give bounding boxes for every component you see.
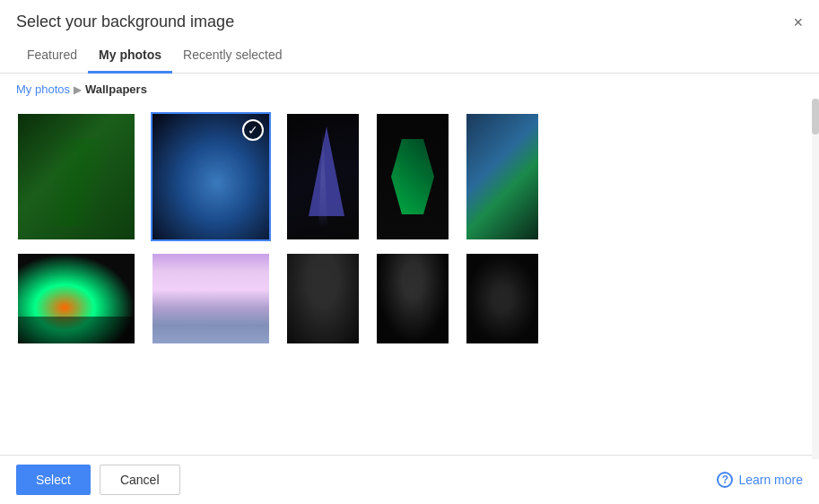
select-button[interactable]: Select bbox=[16, 465, 91, 495]
learn-more-link[interactable]: ? Learn more bbox=[717, 472, 803, 488]
help-icon: ? bbox=[717, 472, 733, 488]
image-thumb-img10[interactable] bbox=[465, 252, 540, 345]
breadcrumb-current: Wallpapers bbox=[85, 83, 147, 96]
tabs-bar: Featured My photos Recently selected bbox=[0, 39, 819, 74]
footer-actions: Select Cancel bbox=[16, 465, 180, 495]
image-thumb-img9[interactable] bbox=[375, 252, 450, 345]
image-img4 bbox=[377, 114, 449, 239]
images-row-1: ✓ bbox=[16, 112, 803, 241]
dialog-header: Select your background image × bbox=[0, 0, 819, 31]
breadcrumb: My photos ▶ Wallpapers bbox=[0, 74, 819, 105]
selected-check-icon: ✓ bbox=[242, 119, 264, 141]
image-img1 bbox=[18, 114, 135, 239]
tab-recently-selected[interactable]: Recently selected bbox=[172, 39, 293, 74]
decorative-triangle bbox=[309, 126, 344, 216]
image-img2: ✓ bbox=[152, 114, 269, 239]
images-row-2 bbox=[16, 252, 803, 345]
scrollbar-thumb[interactable] bbox=[812, 99, 819, 135]
dialog-footer: Select Cancel ? Learn more bbox=[0, 455, 819, 504]
images-grid: ✓ bbox=[0, 105, 819, 455]
image-img8 bbox=[287, 254, 359, 343]
image-img9 bbox=[377, 254, 449, 343]
tab-my-photos[interactable]: My photos bbox=[88, 39, 172, 74]
scrollbar-track bbox=[812, 99, 819, 459]
image-thumb-img4[interactable] bbox=[375, 112, 450, 241]
tab-featured[interactable]: Featured bbox=[16, 39, 88, 74]
learn-more-label: Learn more bbox=[738, 473, 803, 487]
image-img3 bbox=[287, 114, 359, 239]
image-img7 bbox=[152, 254, 269, 343]
image-img6 bbox=[18, 254, 135, 343]
image-thumb-img7[interactable] bbox=[151, 252, 271, 345]
image-thumb-img5[interactable] bbox=[465, 112, 540, 241]
cancel-button[interactable]: Cancel bbox=[100, 465, 180, 495]
image-thumb-img6[interactable] bbox=[16, 252, 136, 345]
image-img10 bbox=[466, 254, 538, 343]
background-image-dialog: Select your background image × Featured … bbox=[0, 0, 819, 504]
image-thumb-img8[interactable] bbox=[285, 252, 361, 345]
image-img5 bbox=[466, 114, 538, 239]
close-button[interactable]: × bbox=[793, 14, 803, 30]
image-thumb-img3[interactable] bbox=[285, 112, 361, 241]
breadcrumb-parent[interactable]: My photos bbox=[16, 83, 70, 96]
dialog-title: Select your background image bbox=[16, 13, 234, 31]
image-thumb-img1[interactable] bbox=[16, 112, 136, 241]
image-thumb-img2[interactable]: ✓ bbox=[151, 112, 271, 241]
breadcrumb-separator: ▶ bbox=[74, 83, 82, 96]
